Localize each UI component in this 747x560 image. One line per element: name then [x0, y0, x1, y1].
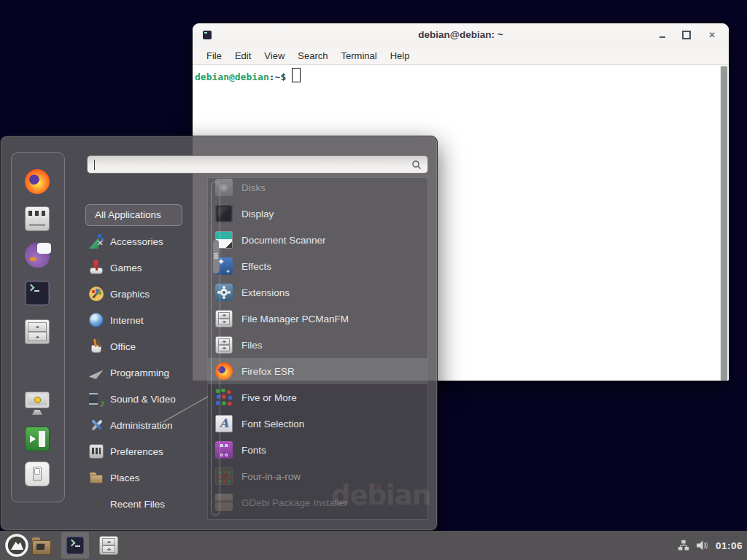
category-graphics[interactable]: Graphics	[82, 281, 205, 307]
volume-icon[interactable]	[696, 539, 709, 552]
category-recent-files[interactable]: Recent Files	[82, 491, 205, 517]
search-input[interactable]	[95, 158, 404, 173]
preferences-icon	[89, 444, 104, 459]
favorite-firefox[interactable]	[25, 169, 50, 194]
administration-icon	[89, 418, 104, 432]
menu-logo-icon	[4, 533, 29, 558]
desktop-folder-launcher[interactable]	[31, 535, 52, 556]
menu-button[interactable]	[4, 533, 29, 558]
app-files[interactable]: Files	[208, 332, 427, 358]
category-programming[interactable]: Programming	[82, 359, 205, 386]
app-fonts[interactable]: Fonts	[208, 437, 427, 463]
sound-video-icon	[89, 392, 104, 406]
shutdown-button[interactable]	[25, 462, 50, 486]
terminal-menubar: File Edit View Search Terminal Help	[193, 47, 729, 65]
office-icon	[89, 339, 104, 354]
menu-edit[interactable]: Edit	[228, 50, 258, 61]
file-manager-icon	[25, 319, 50, 344]
app-four-in-a-row[interactable]: Four-in-a-row	[208, 463, 427, 489]
app-gdebi-package-installer[interactable]: GDebi Package Installer	[208, 489, 427, 516]
logout-icon	[25, 427, 50, 451]
category-sound-video[interactable]: Sound & Video	[82, 386, 205, 412]
favorites-panel	[11, 152, 65, 502]
menu-terminal[interactable]: Terminal	[335, 50, 384, 61]
desktop: debian debian@debian: ~ ✕ File Edit View…	[0, 0, 747, 560]
prompt-path: :~$	[269, 71, 286, 82]
category-accessories[interactable]: Accessories	[82, 228, 205, 254]
taskbar: 01:06	[0, 531, 747, 560]
network-icon[interactable]	[678, 540, 689, 551]
app-firefox-esr[interactable]: Firefox ESR	[208, 358, 427, 384]
lock-screen-button[interactable]	[25, 390, 50, 415]
category-administration[interactable]: Administration	[82, 412, 205, 438]
shutdown-icon	[25, 462, 50, 486]
terminal-icon	[25, 281, 50, 306]
taskbar-terminal-button[interactable]	[61, 532, 89, 559]
category-office[interactable]: Office	[82, 333, 205, 359]
terminal-scrollbar[interactable]	[720, 66, 728, 381]
settings-icon	[25, 206, 50, 231]
close-button[interactable]: ✕	[707, 30, 717, 40]
terminal-titlebar[interactable]: debian@debian: ~ ✕	[193, 23, 729, 47]
app-five-or-more[interactable]: Five or More	[208, 384, 427, 411]
clock[interactable]: 01:06	[716, 540, 743, 551]
terminal-icon	[66, 536, 85, 555]
minimize-button[interactable]	[657, 30, 667, 40]
logout-button[interactable]	[25, 427, 50, 451]
firefox-icon	[25, 169, 50, 194]
places-icon	[89, 470, 104, 485]
category-internet[interactable]: Internet	[82, 307, 205, 333]
app-extensions[interactable]: Extensions	[208, 279, 427, 306]
internet-icon	[89, 313, 104, 327]
category-games[interactable]: Games	[82, 254, 205, 281]
graphics-icon	[89, 287, 104, 301]
terminal-cursor	[292, 68, 301, 82]
terminal-scrollbar-thumb[interactable]	[721, 66, 727, 381]
system-tray: 01:06	[678, 531, 743, 560]
app-disks[interactable]: Disks	[208, 177, 427, 201]
accessories-icon	[89, 234, 104, 249]
menu-view[interactable]: View	[258, 50, 291, 61]
pidgin-icon	[25, 243, 50, 268]
menu-file[interactable]: File	[200, 50, 228, 61]
category-places[interactable]: Places	[82, 464, 205, 491]
games-icon	[89, 260, 104, 275]
app-list-scrollbar-thumb[interactable]	[213, 240, 219, 273]
search-box	[87, 155, 428, 174]
search-icon	[411, 160, 422, 170]
files-launcher[interactable]	[99, 536, 118, 555]
app-font-selection[interactable]: Font Selection	[208, 411, 427, 437]
app-display[interactable]: Display	[208, 201, 427, 227]
category-preferences[interactable]: Preferences	[82, 438, 205, 464]
menu-help[interactable]: Help	[384, 50, 417, 61]
favorite-pidgin[interactable]	[25, 243, 50, 268]
favorite-settings[interactable]	[25, 206, 50, 231]
folder-icon	[31, 535, 52, 556]
files-icon	[99, 536, 118, 555]
app-effects[interactable]: Effects	[208, 253, 427, 279]
application-menu: All Applications Accessories Games Graph…	[0, 136, 438, 531]
app-file-manager-pcmanfm[interactable]: File Manager PCManFM	[208, 306, 427, 332]
category-list: All Applications Accessories Games Graph…	[82, 203, 205, 517]
menu-search[interactable]: Search	[291, 50, 334, 61]
category-all-applications[interactable]: All Applications	[85, 204, 182, 226]
prompt-user-host: debian@debian	[195, 71, 269, 82]
favorite-terminal[interactable]	[25, 281, 50, 306]
app-list-scrollbar[interactable]	[211, 182, 220, 516]
application-list: Disks Display Document Scanner Effects E…	[207, 177, 428, 520]
app-document-scanner[interactable]: Document Scanner	[208, 227, 427, 253]
terminal-title: debian@debian: ~	[193, 23, 729, 47]
lock-screen-icon	[25, 390, 50, 415]
favorite-file-manager[interactable]	[25, 319, 50, 344]
programming-icon	[89, 365, 104, 380]
maximize-button[interactable]	[681, 30, 692, 40]
